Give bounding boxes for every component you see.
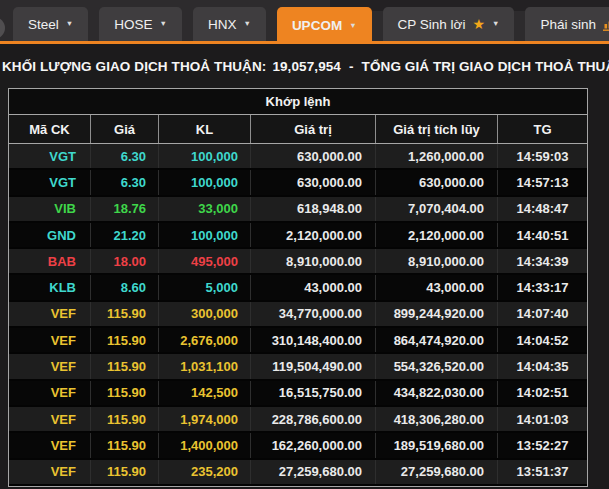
chevron-down-icon: ▼ <box>243 20 250 28</box>
volume-cell: 33,000 <box>158 197 250 221</box>
cumulative-value-cell: 189,519,680.00 <box>375 433 497 457</box>
volume-deal-value: 19,057,954 <box>272 59 341 74</box>
volume-cell: 100,000 <box>158 170 250 194</box>
star-icon: ★ <box>472 17 485 31</box>
cumulative-value-cell: 899,244,920.00 <box>375 302 497 326</box>
time-cell: 14:04:35 <box>497 354 587 378</box>
value-cell: 618,948.00 <box>250 197 375 221</box>
cumulative-value-cell: 864,474,920.00 <box>375 328 497 352</box>
volume-cell: 1,400,000 <box>158 433 250 457</box>
symbol-cell: VEF <box>9 433 90 457</box>
symbol-cell: VIB <box>9 197 90 221</box>
tab-label: CP Sinh lời <box>398 17 466 32</box>
price-cell: 6.30 <box>90 144 158 168</box>
cumulative-value-cell: 1,260,000.00 <box>375 144 497 168</box>
table-row[interactable]: BAB18.00495,0008,910,000.008,910,000.001… <box>9 249 587 275</box>
table-row[interactable]: VGT6.30100,000630,000.001,260,000.0014:5… <box>9 144 587 170</box>
price-cell: 18.76 <box>90 197 158 221</box>
tab-hose[interactable]: HOSE▼ <box>99 7 182 41</box>
price-cell: 6.30 <box>90 170 158 194</box>
symbol-cell: KLB <box>9 275 90 299</box>
tab-phai-sinh[interactable]: Phái sinh▼ <box>525 7 609 41</box>
symbol-cell: VGT <box>9 144 90 168</box>
volume-deal-label: KHỐI LƯỢNG GIAO DỊCH THOẢ THUẬN: <box>2 59 266 74</box>
cumulative-value-cell: 554,326,520.00 <box>375 354 497 378</box>
symbol-cell: VEF <box>9 381 90 405</box>
cumulative-value-cell: 27,259,680.00 <box>375 460 497 484</box>
table-row[interactable]: VEF115.901,031,100119,504,490.00554,326,… <box>9 354 587 380</box>
cumulative-value-cell: 630,000.00 <box>375 170 497 194</box>
cumulative-value-cell: 2,120,000.00 <box>375 223 497 247</box>
volume-cell: 495,000 <box>158 249 250 273</box>
volume-cell: 235,200 <box>158 460 250 484</box>
tab-cp-sinh-loi[interactable]: CP Sinh lời★▼ <box>383 7 515 41</box>
volume-cell: 1,031,100 <box>158 354 250 378</box>
price-cell: 21.20 <box>90 223 158 247</box>
table-row[interactable]: VEF115.90235,20027,259,680.0027,259,680.… <box>9 460 587 486</box>
symbol-cell: VEF <box>9 407 90 431</box>
table-title: Khớp lệnh <box>9 89 587 115</box>
table-row[interactable]: KLB8.605,00043,000.0043,000.0014:33:17 <box>9 275 587 301</box>
symbol-cell: VEF <box>9 460 90 484</box>
scroll-left-button[interactable] <box>0 17 5 39</box>
volume-cell: 1,974,000 <box>158 407 250 431</box>
time-cell: 14:34:39 <box>497 249 587 273</box>
table-row[interactable]: VEF115.90142,50016,515,750.00434,822,030… <box>9 381 587 407</box>
tab-label: HOSE <box>114 17 152 32</box>
symbol-cell: VEF <box>9 328 90 352</box>
cumulative-value-cell: 434,822,030.00 <box>375 381 497 405</box>
tab-label: UPCOM <box>292 18 342 33</box>
value-cell: 630,000.00 <box>250 144 375 168</box>
volume-cell: 5,000 <box>158 275 250 299</box>
time-cell: 14:02:51 <box>497 381 587 405</box>
table-row[interactable]: VEF115.90300,00034,770,000.00899,244,920… <box>9 302 587 328</box>
time-cell: 14:48:47 <box>497 197 587 221</box>
value-cell: 162,260,000.00 <box>250 433 375 457</box>
tab-hnx[interactable]: HNX▼ <box>193 7 266 41</box>
tab-label: HNX <box>208 17 237 32</box>
chevron-down-icon: ▼ <box>159 20 166 28</box>
cumulative-value-cell: 7,070,404.00 <box>375 197 497 221</box>
volume-cell: 2,676,000 <box>158 328 250 352</box>
column-header-1: Giá <box>90 115 158 143</box>
table-row[interactable]: VEF115.902,676,000310,148,400.00864,474,… <box>9 328 587 354</box>
bar-chart-icon <box>603 18 609 31</box>
price-cell: 115.90 <box>90 460 158 484</box>
table-row[interactable]: VEF115.901,400,000162,260,000.00189,519,… <box>9 433 587 459</box>
price-cell: 115.90 <box>90 407 158 431</box>
price-cell: 8.60 <box>90 275 158 299</box>
price-cell: 18.00 <box>90 249 158 273</box>
symbol-cell: VGT <box>9 170 90 194</box>
table-row[interactable]: VGT6.30100,000630,000.00630,000.0014:57:… <box>9 170 587 196</box>
tab-upcom[interactable]: UPCOM▼ <box>277 7 372 44</box>
value-cell: 2,120,000.00 <box>250 223 375 247</box>
price-cell: 115.90 <box>90 433 158 457</box>
table-row[interactable]: GND21.20100,0002,120,000.002,120,000.001… <box>9 223 587 249</box>
chevron-down-icon: ▼ <box>349 22 356 30</box>
tab-steel[interactable]: Steel▼ <box>13 7 88 41</box>
column-header-4: Giá trị tích lũy <box>375 115 497 143</box>
column-header-5: TG <box>497 115 587 143</box>
symbol-cell: VEF <box>9 302 90 326</box>
volume-cell: 100,000 <box>158 144 250 168</box>
value-cell: 630,000.00 <box>250 170 375 194</box>
chevron-down-icon: ▼ <box>492 20 499 28</box>
symbol-cell: VEF <box>9 354 90 378</box>
table-row[interactable]: VIB18.7633,000618,948.007,070,404.0014:4… <box>9 197 587 223</box>
table-row[interactable]: VEF115.901,974,000228,786,600.00418,306,… <box>9 407 587 433</box>
volume-cell: 142,500 <box>158 381 250 405</box>
time-cell: 14:04:52 <box>497 328 587 352</box>
time-cell: 14:40:51 <box>497 223 587 247</box>
price-cell: 115.90 <box>90 328 158 352</box>
time-cell: 14:57:13 <box>497 170 587 194</box>
value-cell: 119,504,490.00 <box>250 354 375 378</box>
column-header-3: Giá trị <box>250 115 375 143</box>
cumulative-value-cell: 8,910,000.00 <box>375 249 497 273</box>
table-body: VGT6.30100,000630,000.001,260,000.0014:5… <box>9 144 587 486</box>
table-header-row: Mã CKGiáKLGiá trịGiá trị tích lũyTG <box>9 115 587 144</box>
time-cell: 14:01:03 <box>497 407 587 431</box>
matched-orders-table: Khớp lệnh Mã CKGiáKLGiá trịGiá trị tích … <box>8 88 588 487</box>
symbol-cell: GND <box>9 223 90 247</box>
price-cell: 115.90 <box>90 302 158 326</box>
ticker-separator: - <box>349 59 354 74</box>
